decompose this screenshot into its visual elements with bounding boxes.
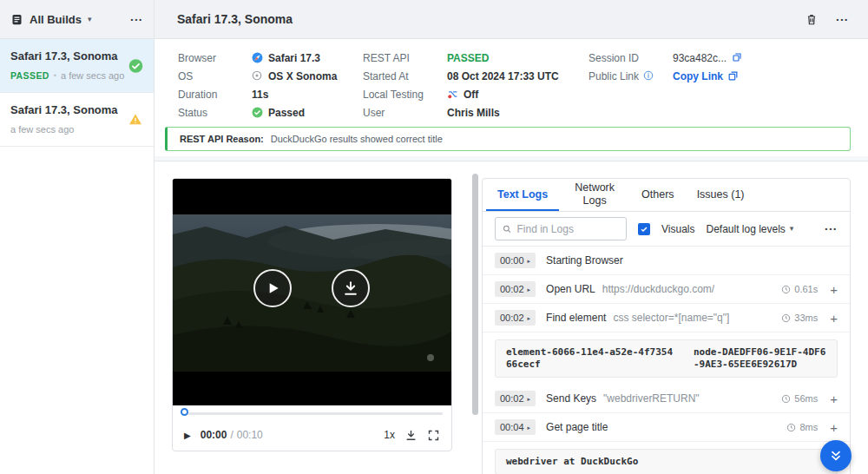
video-play-button[interactable] [253,269,292,307]
progress-track[interactable] [181,412,443,415]
meta-label: User [363,107,447,119]
tab-issues[interactable]: Issues (1) [686,179,756,211]
builds-filter-label[interactable]: All Builds [30,13,82,26]
meta-startedat-value: 08 Oct 2024 17:33 UTC [447,70,559,82]
banner-text: DuckDuckGo results showed correct title [271,134,443,144]
meta-label: Status [178,107,252,119]
log-timestamp-chip[interactable]: 00:00 ▸ [495,253,536,268]
log-action: Find element [546,312,606,324]
build-time: a few secs ago [10,124,74,135]
log-levels-dropdown[interactable]: Default log levels ▾ [706,223,793,235]
expand-caret-icon: ▸ [528,315,531,321]
tab-network-logs[interactable]: Network Logs [559,179,630,211]
log-duration: 33ms [781,313,818,323]
log-time: 00:04 [500,422,524,432]
log-duration: 56ms [781,393,818,404]
video-controls: ▶ 00:00 / 00:10 1x [173,420,451,450]
clock-icon [781,313,791,323]
build-list-item-2[interactable]: Safari 17.3, Sonoma a few secs ago [0,93,154,147]
video-progress-bar[interactable] [173,405,451,420]
content-scrollbar[interactable] [472,174,478,415]
download-icon [404,429,418,442]
meta-label: REST API [363,52,447,64]
delete-session-button[interactable] [806,13,818,26]
meta-user-value: Chris Mills [447,107,500,119]
chevron-down-icon: ▾ [790,225,794,233]
log-timestamp-chip[interactable]: 00:02 ▸ [495,310,536,326]
session-id-value: 93ca482c... [673,52,727,64]
chevron-down-icon[interactable]: ▾ [88,16,92,23]
meta-column-2: REST API PASSED Started At 08 Oct 2024 1… [363,49,559,122]
download-video-button[interactable] [404,429,418,442]
time-separator: / [230,429,233,441]
expand-caret-icon: ▸ [528,286,531,293]
status-check-icon [252,107,263,118]
video-player-card: ▶ 00:00 / 00:10 1x [172,178,452,451]
expand-row-button[interactable]: + [830,283,838,296]
expand-row-button[interactable]: + [830,392,838,405]
build-name: Safari 17.3, Sonoma [10,49,143,63]
log-detail: "webdriverRETURN" [603,392,700,405]
log-time: 00:02 [500,313,524,323]
meta-startedat-row: Started At 08 Oct 2024 17:33 UTC [363,67,559,85]
sidebar-overflow-menu[interactable]: ••• [131,16,143,23]
copy-session-id-icon[interactable] [732,52,743,63]
safari-icon [252,52,263,63]
local-testing-icon [447,89,458,100]
info-icon[interactable] [643,70,654,82]
progress-handle[interactable] [181,408,188,416]
expand-caret-icon: ▸ [528,425,531,431]
current-time: 00:00 [201,429,227,441]
log-timestamp-chip[interactable]: 00:02 ▸ [495,281,536,297]
log-timestamp-chip[interactable]: 00:04 ▸ [495,419,536,435]
video-viewport[interactable] [173,179,451,405]
meta-label: OS [178,70,252,82]
tab-text-logs[interactable]: Text Logs [486,179,559,211]
session-title: Safari 17.3, Sonoma [177,12,293,26]
play-button[interactable]: ▶ [184,431,191,440]
meta-column-1: Browser Safari 17.3 OS OS X Sonoma [178,49,337,122]
build-list-item-1[interactable]: Safari 17.3, Sonoma PASSED • a few secs … [0,39,154,93]
fullscreen-button[interactable] [427,429,440,442]
video-download-button[interactable] [332,269,370,307]
search-input[interactable] [517,223,619,235]
double-chevron-down-icon [829,449,843,463]
meta-restapi-row: REST API PASSED [363,49,559,67]
meta-label: Browser [178,52,252,64]
page-title-result: webdriver at DuckDuckGo [506,456,638,467]
logs-toolbar: Visuals Default log levels ▾ ••• [483,212,850,247]
banner-label: REST API Reason: [180,134,264,144]
scroll-to-bottom-button[interactable] [820,440,852,471]
element-ref-value: element-6066-11e4-a52e-4f735466cecf [506,346,676,371]
log-timestamp-chip[interactable]: 00:02 ▸ [495,391,536,406]
meta-duration-value: 11s [252,89,268,101]
expand-caret-icon: ▸ [528,396,531,402]
search-icon [503,224,512,234]
builds-sidebar: All Builds ▾ ••• Safari 17.3, Sonoma PAS… [0,0,155,474]
session-overflow-menu[interactable]: ••• [837,16,849,23]
log-action: Get page title [546,421,608,433]
log-result-block: webdriver at DuckDuckGo [495,449,838,474]
expand-row-button[interactable]: + [830,421,838,434]
passed-check-icon [128,58,143,73]
expand-row-button[interactable]: + [830,312,838,325]
meta-os-row: OS OS X Sonoma [178,67,337,85]
app: All Builds ▾ ••• Safari 17.3, Sonoma PAS… [0,0,868,474]
meta-label: Started At [363,70,447,82]
tab-others[interactable]: Others [630,179,686,211]
meta-label: Public Link [589,70,639,82]
logs-panel: Text Logs Network Logs Others Issues (1)… [482,178,851,474]
log-search-box[interactable] [495,217,627,240]
logs-overflow-menu[interactable]: ••• [825,225,838,233]
playback-speed-button[interactable]: 1x [384,429,395,441]
builds-doc-icon [10,13,23,26]
copy-link-button[interactable]: Copy Link [673,70,739,82]
play-icon [264,280,281,297]
log-row-open-url: 00:02 ▸ Open URL https://duckduckgo.com/… [483,275,850,304]
visuals-checkbox[interactable] [638,223,650,235]
warning-triangle-icon [128,112,143,127]
session-detail-panel: Safari 17.3, Sonoma ••• Browser Safari 1… [155,0,868,474]
video-time: 00:00 / 00:10 [201,429,263,441]
os-apple-icon [252,70,263,82]
meta-label: Duration [178,89,252,101]
